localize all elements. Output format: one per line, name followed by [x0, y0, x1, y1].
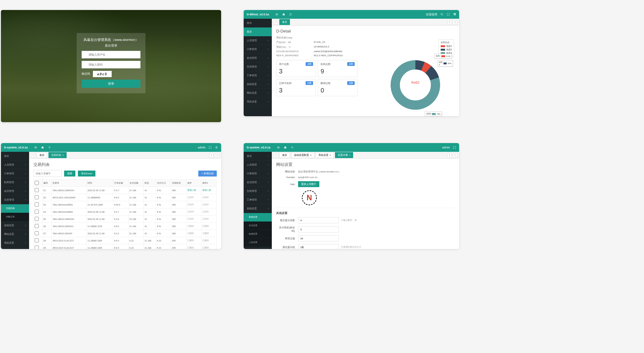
- close-icon[interactable]: ×: [330, 154, 331, 156]
- sidebar-item[interactable]: 工单管理‹: [244, 71, 272, 80]
- password-input[interactable]: [82, 61, 140, 68]
- sidebar-item[interactable]: 人员管理‹: [1, 161, 29, 169]
- row-action[interactable]: 新增上架: [202, 189, 211, 191]
- home-icon[interactable]: [284, 146, 287, 149]
- row-action[interactable]: 已删除: [202, 239, 209, 241]
- fullscreen-icon[interactable]: [447, 13, 450, 16]
- row-action[interactable]: 已操作: [202, 218, 209, 220]
- sidebar-item[interactable]: 交易管理‹: [244, 62, 272, 71]
- tab-prev-button[interactable]: ‹: [274, 20, 278, 24]
- row-checkbox[interactable]: [35, 231, 39, 235]
- sidebar-item[interactable]: 工单管理‹: [244, 196, 272, 204]
- gear-icon[interactable]: [453, 13, 456, 16]
- sidebar-item[interactable]: 首页: [244, 27, 272, 36]
- menu-icon[interactable]: [277, 146, 280, 149]
- row-action[interactable]: 已操作: [202, 211, 209, 213]
- row-checkbox[interactable]: [35, 217, 39, 221]
- row-checkbox[interactable]: [35, 195, 39, 199]
- close-icon[interactable]: ×: [63, 154, 64, 156]
- sidebar-item[interactable]: 订单管理‹: [244, 45, 272, 54]
- sidebar-item[interactable]: 交易管理‹: [244, 187, 272, 196]
- row-action[interactable]: 已删除: [202, 232, 209, 234]
- sidebar-item[interactable]: 订单管理‹: [1, 169, 29, 178]
- sidebar-item[interactable]: 订单管理‹: [244, 169, 272, 178]
- sidebar-item[interactable]: 会员管理‹: [244, 178, 272, 187]
- refresh-icon[interactable]: [291, 146, 294, 149]
- sidebar-item[interactable]: 网站设置‹: [244, 247, 272, 249]
- tab-next-button[interactable]: ›: [447, 153, 452, 157]
- row-action[interactable]: 已删除: [187, 246, 194, 249]
- row-checkbox[interactable]: [35, 202, 39, 206]
- add-button[interactable]: + 新增交易: [198, 171, 217, 176]
- sidebar-item[interactable]: 短信设置: [244, 230, 272, 238]
- search-input[interactable]: [33, 170, 62, 177]
- gear-icon[interactable]: [215, 146, 218, 149]
- search-icon[interactable]: [440, 13, 444, 16]
- search-button[interactable]: 搜索: [64, 171, 75, 176]
- sidebar-item[interactable]: 基础设置‹: [244, 204, 272, 213]
- sidebar-item[interactable]: 基础设置‹: [244, 80, 272, 89]
- upload-button[interactable]: 重新上传图片: [298, 181, 319, 187]
- row-action[interactable]: 已操作: [187, 203, 194, 206]
- tab-next-button[interactable]: ›: [209, 153, 214, 157]
- tab-menu-button[interactable]: ⋮: [453, 153, 457, 157]
- sidebar-item[interactable]: 系统设置‹: [244, 97, 272, 106]
- refresh-icon[interactable]: [48, 146, 51, 149]
- refresh-icon[interactable]: [289, 13, 292, 16]
- tab-next-button[interactable]: ›: [447, 20, 452, 24]
- export-button[interactable]: 导出Excel: [78, 171, 95, 176]
- form-input[interactable]: [298, 235, 339, 241]
- sidebar-item[interactable]: 对账记录: [1, 213, 29, 221]
- sidebar-item[interactable]: 首页‹: [244, 152, 272, 161]
- sidebar-item[interactable]: 会员管理‹: [244, 54, 272, 62]
- row-action[interactable]: 已操作: [187, 196, 194, 198]
- login-button[interactable]: 登录: [82, 79, 140, 87]
- tab-transactions[interactable]: 交易列表×: [48, 152, 67, 158]
- sidebar-item[interactable]: 人员管理‹: [244, 36, 272, 45]
- sidebar-item[interactable]: 基础设置‹: [1, 221, 29, 230]
- menu-icon[interactable]: [34, 146, 37, 149]
- tab-2[interactable]: 基础设置配置×: [291, 152, 314, 158]
- row-checkbox[interactable]: [35, 246, 39, 249]
- row-action[interactable]: 已删除: [187, 239, 194, 241]
- fullscreen-icon[interactable]: [209, 146, 212, 149]
- tab-4[interactable]: 设置详情×: [335, 152, 353, 158]
- tab-prev-button[interactable]: ‹: [31, 153, 35, 157]
- tab-home[interactable]: 首页: [37, 152, 47, 158]
- close-icon[interactable]: ×: [349, 154, 350, 156]
- sidebar-item[interactable]: 上传设置: [244, 238, 272, 247]
- tab-home[interactable]: 首页: [279, 152, 290, 158]
- home-icon[interactable]: [41, 146, 44, 149]
- row-action[interactable]: 已删除: [187, 225, 194, 227]
- tab-menu-button[interactable]: ⋮: [453, 20, 457, 24]
- sidebar-item[interactable]: 支付设置: [244, 221, 272, 230]
- row-action[interactable]: 已删除: [187, 232, 194, 234]
- fullscreen-icon[interactable]: [453, 146, 456, 149]
- form-input[interactable]: [298, 217, 339, 223]
- close-icon[interactable]: ×: [310, 154, 312, 156]
- username-input[interactable]: [82, 51, 140, 58]
- tab-home[interactable]: 首页: [279, 19, 290, 25]
- sidebar-item[interactable]: 网站设置‹: [244, 89, 272, 97]
- row-action[interactable]: 新增上架: [187, 189, 196, 191]
- sidebar-item[interactable]: 网站设置‹: [1, 230, 29, 239]
- menu-icon[interactable]: [275, 13, 278, 16]
- row-action[interactable]: 已操作: [202, 203, 209, 206]
- tab-3[interactable]: 系统设置×: [316, 152, 334, 158]
- sidebar-item[interactable]: 机构管理‹: [1, 178, 29, 187]
- sidebar-item[interactable]: 人员管理‹: [244, 161, 272, 169]
- select-all-checkbox[interactable]: [35, 181, 39, 185]
- sidebar-item[interactable]: 会员管理‹: [1, 187, 29, 196]
- row-action[interactable]: 已操作: [202, 196, 209, 198]
- sidebar-item[interactable]: 交易管理‹: [1, 196, 29, 204]
- row-action[interactable]: 已删除: [202, 246, 209, 249]
- row-action[interactable]: 已删除: [202, 225, 209, 227]
- row-checkbox[interactable]: [35, 210, 39, 214]
- row-checkbox[interactable]: [35, 238, 39, 242]
- form-input[interactable]: [298, 226, 339, 232]
- row-checkbox[interactable]: [35, 224, 39, 228]
- tab-prev-button[interactable]: ‹: [274, 153, 278, 157]
- captcha-image[interactable]: a8c5: [93, 71, 112, 77]
- sidebar-item[interactable]: 首页: [1, 152, 29, 161]
- sidebar-item[interactable]: 系统设置‹: [1, 239, 29, 247]
